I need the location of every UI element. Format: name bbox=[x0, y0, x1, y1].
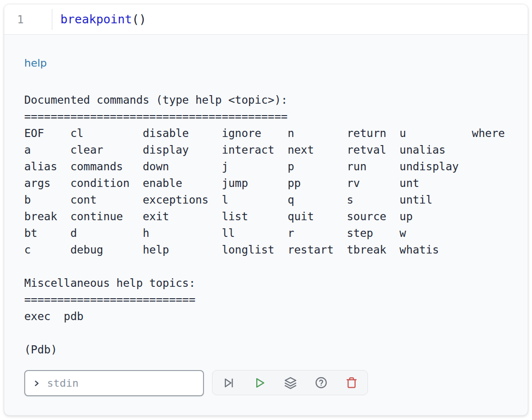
debug-toolbar bbox=[212, 370, 368, 395]
help-circle-icon bbox=[315, 376, 328, 389]
stack-button[interactable] bbox=[282, 374, 299, 391]
code-token-function: breakpoint bbox=[60, 12, 132, 26]
line-number: 1 bbox=[17, 13, 24, 26]
help-button[interactable] bbox=[313, 374, 329, 391]
step-forward-icon bbox=[222, 376, 235, 390]
play-icon bbox=[253, 376, 266, 390]
pdb-output-text: Documented commands (type help <topic>):… bbox=[24, 92, 508, 358]
stdin-input[interactable] bbox=[46, 377, 196, 390]
console-controls bbox=[24, 370, 508, 396]
line-number-gutter: 1 bbox=[4, 13, 52, 26]
code-line[interactable]: breakpoint() bbox=[52, 12, 146, 26]
echoed-command: help bbox=[24, 57, 508, 69]
stdin-inputbox[interactable] bbox=[24, 370, 204, 396]
clear-button[interactable] bbox=[343, 374, 360, 391]
code-token-parens: () bbox=[132, 12, 146, 26]
step-forward-button[interactable] bbox=[220, 374, 237, 391]
console-output-panel: help Documented commands (type help <top… bbox=[4, 35, 528, 396]
chevron-right-icon bbox=[32, 379, 41, 388]
layers-icon bbox=[284, 376, 297, 390]
play-button[interactable] bbox=[251, 374, 268, 391]
debugger-panel: 1 breakpoint() help Documented commands … bbox=[4, 4, 528, 416]
trash-icon bbox=[345, 376, 358, 389]
code-editor[interactable]: 1 breakpoint() bbox=[4, 4, 528, 35]
